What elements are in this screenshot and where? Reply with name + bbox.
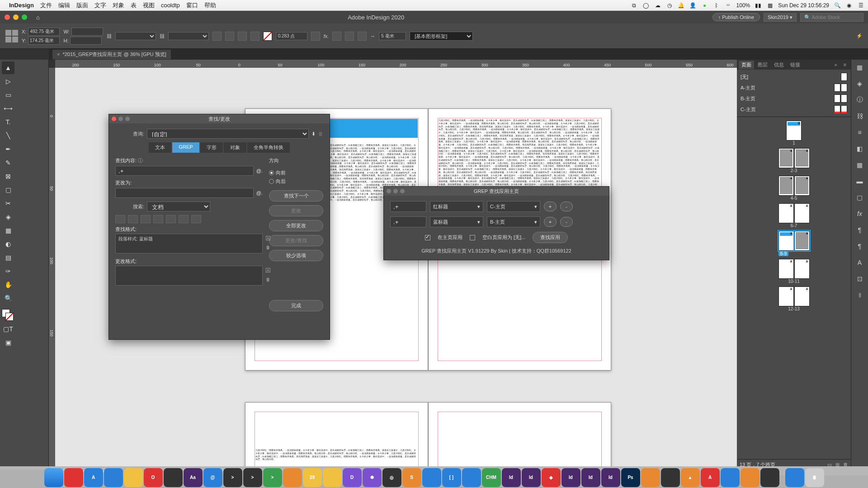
text-frame-10[interactable]: 几度夕阳红。惯看秋月春风。一壶浊酒喜相逢，古今多少事，都付笑谈中。是非成败转头空… bbox=[255, 449, 418, 461]
link-icon[interactable]: ⛓ bbox=[107, 33, 112, 39]
menubar-clock[interactable]: Sun Dec 29 10:56:29 bbox=[778, 2, 829, 9]
align-center-icon[interactable] bbox=[345, 32, 354, 41]
dock-app2[interactable]: Aa bbox=[184, 468, 203, 487]
circle-icon[interactable]: ◯ bbox=[642, 2, 650, 9]
dock-safari[interactable] bbox=[104, 468, 123, 487]
page-thumb-3[interactable]: A bbox=[794, 148, 810, 168]
change-find-button[interactable]: 更改/查找 bbox=[269, 235, 323, 246]
pen-tool[interactable]: ✒ bbox=[2, 143, 14, 155]
swatches-icon[interactable]: ▦ bbox=[855, 160, 865, 170]
page-thumb-9[interactable]: A bbox=[794, 231, 810, 251]
dock-circle[interactable]: ◎ bbox=[382, 468, 401, 487]
stroke-weight-input[interactable] bbox=[276, 32, 307, 40]
direct-selection-tool[interactable]: ▷ bbox=[2, 75, 14, 88]
apply-color-icon[interactable]: ▢T bbox=[2, 323, 14, 335]
grep-pattern-1[interactable] bbox=[390, 216, 426, 227]
character-styles-icon[interactable]: A bbox=[855, 258, 865, 267]
hidden-layers-icon[interactable] bbox=[141, 215, 151, 223]
change-button[interactable]: 更改 bbox=[269, 205, 323, 216]
rotate-cw-icon[interactable] bbox=[225, 32, 234, 41]
menu-help[interactable]: 帮助 bbox=[204, 1, 216, 9]
save-query-icon[interactable]: ⬇ bbox=[311, 131, 316, 137]
stroke-icon[interactable]: ≡ bbox=[855, 127, 865, 137]
note-tool[interactable]: ▤ bbox=[2, 251, 14, 264]
width-icon[interactable] bbox=[179, 215, 189, 223]
tab-glyph[interactable]: 字形 bbox=[200, 142, 223, 153]
add-row-1[interactable]: + bbox=[544, 217, 557, 227]
rotate-select[interactable] bbox=[168, 32, 209, 40]
dock-finder[interactable] bbox=[44, 468, 63, 487]
page-thumb-8[interactable]: A bbox=[778, 231, 794, 251]
fx-icon[interactable]: fx. bbox=[324, 33, 329, 39]
free-transform-tool[interactable]: ◈ bbox=[2, 211, 14, 223]
dock-app3[interactable]: @ bbox=[203, 468, 222, 487]
change-to-input[interactable] bbox=[115, 188, 254, 198]
constrain-icon[interactable]: ⛓ bbox=[160, 33, 165, 39]
line-tool[interactable]: ╲ bbox=[2, 129, 14, 142]
grep-close-icon[interactable] bbox=[387, 189, 391, 193]
panel-tab-pages[interactable]: 页面 bbox=[739, 61, 754, 69]
bluetooth-icon[interactable]: ᛒ bbox=[713, 2, 720, 9]
bell-icon[interactable]: 🔔 bbox=[678, 2, 685, 9]
tab-text[interactable]: 文本 bbox=[149, 142, 171, 153]
menu-object[interactable]: 对象 bbox=[113, 1, 124, 9]
clear-change-format-icon[interactable]: 🗑 bbox=[266, 277, 270, 282]
info-icon[interactable]: ⓘ bbox=[855, 95, 865, 105]
screencast-icon[interactable]: ⧉ bbox=[631, 2, 638, 9]
rectangle-frame-tool[interactable]: ⊠ bbox=[2, 170, 14, 183]
menu-cooldtp[interactable]: cooldtp bbox=[161, 2, 180, 9]
dock-id5[interactable]: Id bbox=[601, 468, 620, 487]
page-thumb-1[interactable]: B bbox=[786, 121, 802, 141]
find-what-input[interactable] bbox=[115, 166, 254, 176]
grep-master-0[interactable]: C-主页▾ bbox=[487, 201, 540, 212]
paragraph-styles-icon[interactable]: ¶ bbox=[855, 241, 865, 251]
dock-launchpad[interactable] bbox=[64, 468, 83, 487]
view-mode-icon[interactable]: ▣ bbox=[2, 336, 14, 349]
dock-term2[interactable]: > bbox=[243, 468, 262, 487]
page-thumb-11[interactable]: A bbox=[794, 259, 810, 279]
grep-style-0[interactable]: 红标题▾ bbox=[430, 201, 483, 212]
effects-icon[interactable]: fx bbox=[855, 209, 865, 219]
dock-trash[interactable]: 🗑 bbox=[805, 468, 824, 487]
fill-stroke-swatch[interactable] bbox=[2, 309, 14, 322]
type-tool[interactable]: T. bbox=[2, 116, 14, 128]
siri-icon[interactable]: ◉ bbox=[845, 2, 853, 9]
dialog-close-icon[interactable] bbox=[112, 117, 116, 121]
dock-appstore[interactable]: A bbox=[84, 468, 103, 487]
panel-tab-links[interactable]: 链接 bbox=[788, 61, 803, 69]
done-button[interactable]: 完成 bbox=[269, 300, 323, 311]
skin-dropdown[interactable]: Skin2019 ▾ bbox=[764, 13, 797, 22]
wifi-icon[interactable]: ⌔ bbox=[725, 2, 732, 9]
dock-app6[interactable] bbox=[741, 468, 760, 487]
panel-tab-info[interactable]: 信息 bbox=[771, 61, 787, 69]
align-left-icon[interactable] bbox=[332, 32, 341, 41]
document-tab[interactable]: × *2015_GREP查找应用主页 @ 36% [GPU 预览] bbox=[52, 50, 171, 59]
dock-id4[interactable]: Id bbox=[581, 468, 600, 487]
dot-icon[interactable]: ● bbox=[701, 2, 708, 9]
links-icon[interactable]: ⛓ bbox=[855, 111, 865, 121]
dock-sketch[interactable]: ◆ bbox=[542, 468, 561, 487]
hand-tool[interactable]: ✋ bbox=[2, 278, 14, 291]
dock-vlc[interactable]: ▲ bbox=[681, 468, 700, 487]
dock-terminal[interactable]: > bbox=[223, 468, 242, 487]
footnotes-icon[interactable] bbox=[166, 215, 176, 223]
page-thumb-7[interactable]: A bbox=[794, 203, 810, 223]
page-10[interactable]: 几度夕阳红。惯看秋月春风。一壶浊酒喜相逢，古今多少事，都付笑谈中。是非成败转头空… bbox=[245, 402, 428, 470]
layers-icon[interactable]: ◈ bbox=[855, 79, 865, 89]
paragraph-icon[interactable]: ¶ bbox=[855, 225, 865, 235]
remove-row-1[interactable]: - bbox=[560, 217, 573, 227]
gap-tool[interactable]: ⟷ bbox=[2, 102, 14, 115]
dock-app4[interactable] bbox=[462, 468, 481, 487]
adobe-stock-search[interactable]: 🔍 Adobe Stock bbox=[800, 13, 863, 22]
dock-sublime[interactable]: S bbox=[402, 468, 421, 487]
lightning-icon[interactable]: ⚡ bbox=[856, 33, 863, 38]
dock-id3[interactable]: Id bbox=[561, 468, 580, 487]
dock-acrobat[interactable]: A bbox=[701, 468, 720, 487]
notification-icon[interactable]: ☰ bbox=[857, 2, 864, 9]
dock-qq[interactable] bbox=[661, 468, 680, 487]
gap-input[interactable] bbox=[379, 32, 406, 40]
dialog-min-icon[interactable] bbox=[118, 117, 123, 121]
master-pages-icon[interactable] bbox=[153, 215, 163, 223]
gradient-swatch-tool[interactable]: ▦ bbox=[2, 224, 14, 237]
dock-notes[interactable] bbox=[323, 468, 342, 487]
